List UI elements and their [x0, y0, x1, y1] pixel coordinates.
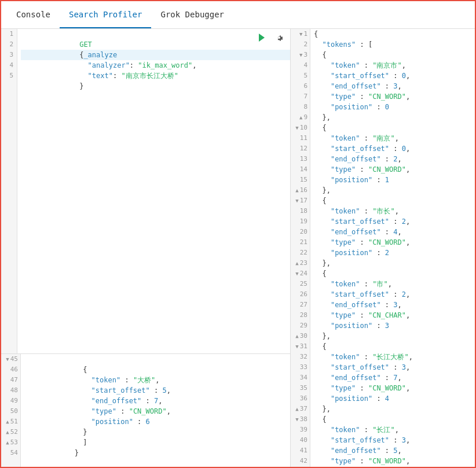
main-content: 1 2 3 4 5 GET _analyze — [1, 29, 475, 468]
r-line-9: }, — [314, 112, 475, 123]
r-line-38: { — [314, 414, 475, 425]
r-line-18: "token" : "市长", — [314, 206, 475, 216]
code-line-1: GET _analyze — [21, 29, 290, 39]
left-bottom: ▼45 46 47 48 49 50 ▲51 ▲52 ▲53 54 { — [1, 353, 290, 468]
bottom-line-45: { — [24, 354, 290, 364]
settings-button[interactable] — [273, 31, 285, 44]
right-panel: ▼1 2 ▼3 4 5 6 7 8 ▲9 ▼10 11 12 13 14 15 … — [291, 29, 475, 468]
r-line-35: "type" : "CN_WORD", — [314, 383, 475, 393]
left-bottom-code: { "token" : "大桥", "start_offset" : 5, "e… — [21, 354, 290, 468]
tab-search-profiler[interactable]: Search Profiler — [60, 2, 151, 28]
r-line-33: "start_offset" : 3, — [314, 362, 475, 373]
r-line-28: "type" : "CN_CHAR", — [314, 310, 475, 320]
r-line-24: { — [314, 268, 475, 279]
r-line-36: "position" : 4 — [314, 393, 475, 404]
editor-toolbar — [255, 31, 285, 44]
r-line-23: }, — [314, 258, 475, 268]
r-line-4: "token" : "南京市", — [314, 60, 475, 71]
left-bottom-line-numbers: ▼45 46 47 48 49 50 ▲51 ▲52 ▲53 54 — [1, 354, 21, 468]
r-line-42: "type" : "CN_WORD", — [314, 456, 475, 466]
left-panel: 1 2 3 4 5 GET _analyze — [1, 29, 291, 468]
tab-console[interactable]: Console — [7, 2, 60, 28]
run-button[interactable] — [255, 31, 268, 44]
r-line-6: "end_offset" : 3, — [314, 81, 475, 91]
left-code-content[interactable]: GET _analyze { "analyzer": "ik_max_word"… — [17, 29, 290, 353]
r-line-19: "start_offset" : 2, — [314, 216, 475, 227]
r-line-1: { — [314, 29, 475, 39]
r-line-26: "start_offset" : 2, — [314, 289, 475, 300]
r-line-29: "position" : 3 — [314, 320, 475, 331]
r-line-5: "start_offset" : 0, — [314, 71, 475, 81]
r-line-39: "token" : "长江", — [314, 425, 475, 435]
r-line-25: "token" : "市", — [314, 279, 475, 289]
r-line-31: { — [314, 341, 475, 352]
r-line-16: }, — [314, 185, 475, 196]
r-line-2: "tokens" : [ — [314, 39, 475, 50]
r-line-41: "end_offset" : 5, — [314, 445, 475, 456]
app-container: Console Search Profiler Grok Debugger 1 … — [1, 1, 475, 468]
r-line-34: "end_offset" : 7, — [314, 373, 475, 383]
header: Console Search Profiler Grok Debugger — [1, 1, 475, 29]
r-line-22: "position" : 2 — [314, 248, 475, 258]
right-line-numbers: ▼1 2 ▼3 4 5 6 7 8 ▲9 ▼10 11 12 13 14 15 … — [291, 29, 310, 468]
r-line-13: "end_offset" : 2, — [314, 154, 475, 164]
r-line-20: "end_offset" : 4, — [314, 227, 475, 237]
r-line-10: { — [314, 123, 475, 133]
tab-grok-debugger[interactable]: Grok Debugger — [151, 2, 233, 28]
r-line-21: "type" : "CN_WORD", — [314, 237, 475, 248]
left-line-numbers: 1 2 3 4 5 — [1, 29, 17, 353]
r-line-30: }, — [314, 331, 475, 341]
r-line-8: "position" : 0 — [314, 102, 475, 112]
right-code-content: { "tokens" : [ { "token" : "南京市", "start… — [310, 29, 475, 468]
r-line-37: }, — [314, 404, 475, 414]
editor-area[interactable]: 1 2 3 4 5 GET _analyze — [1, 29, 290, 353]
r-line-12: "start_offset" : 0, — [314, 143, 475, 154]
r-line-17: { — [314, 196, 475, 206]
r-line-40: "start_offset" : 3, — [314, 435, 475, 445]
r-line-11: "token" : "南京", — [314, 133, 475, 143]
r-line-15: "position" : 1 — [314, 175, 475, 185]
r-line-32: "token" : "长江大桥", — [314, 352, 475, 362]
svg-marker-0 — [259, 34, 265, 42]
r-line-7: "type" : "CN_WORD", — [314, 91, 475, 102]
r-line-27: "end_offset" : 3, — [314, 300, 475, 310]
r-line-14: "type" : "CN_WORD", — [314, 164, 475, 175]
r-line-3: { — [314, 50, 475, 60]
